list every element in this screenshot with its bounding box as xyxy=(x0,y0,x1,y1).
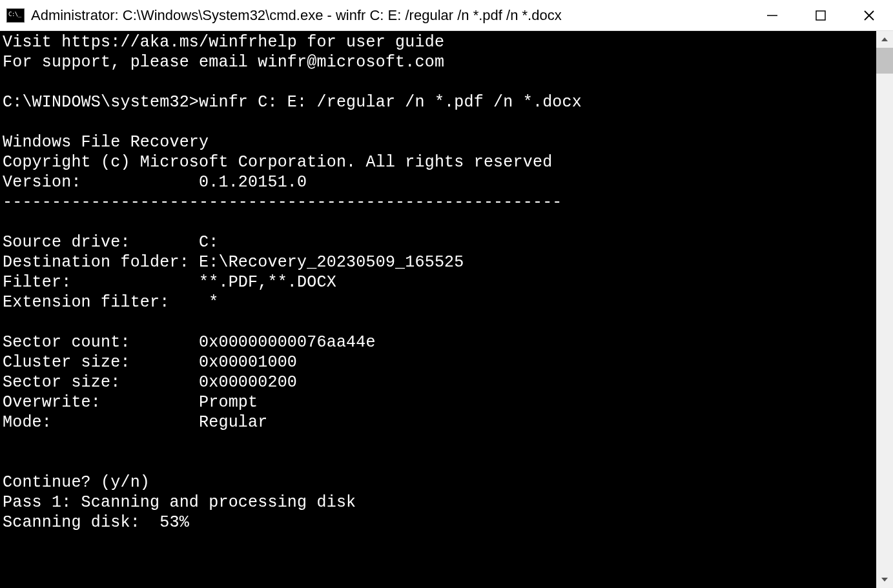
svg-marker-4 xyxy=(881,37,888,41)
chevron-down-icon xyxy=(881,576,888,583)
terminal-area: Visit https://aka.ms/winfrhelp for user … xyxy=(0,31,893,588)
svg-marker-5 xyxy=(881,578,888,582)
scrollbar[interactable] xyxy=(876,31,893,588)
maximize-icon xyxy=(815,10,826,21)
maximize-button[interactable] xyxy=(796,0,845,30)
cmd-icon xyxy=(6,8,25,23)
scroll-down-button[interactable] xyxy=(876,571,893,588)
window-title: Administrator: C:\Windows\System32\cmd.e… xyxy=(31,7,562,24)
minimize-button[interactable] xyxy=(748,0,796,30)
scrollbar-thumb[interactable] xyxy=(876,48,893,74)
close-button[interactable] xyxy=(845,0,893,30)
close-icon xyxy=(863,9,876,22)
svg-rect-1 xyxy=(816,11,825,20)
terminal-output[interactable]: Visit https://aka.ms/winfrhelp for user … xyxy=(0,31,876,588)
scrollbar-track[interactable] xyxy=(876,48,893,571)
titlebar: Administrator: C:\Windows\System32\cmd.e… xyxy=(0,0,893,31)
window-controls xyxy=(748,0,893,30)
minimize-icon xyxy=(766,9,779,22)
chevron-up-icon xyxy=(881,35,888,43)
scroll-up-button[interactable] xyxy=(876,31,893,48)
